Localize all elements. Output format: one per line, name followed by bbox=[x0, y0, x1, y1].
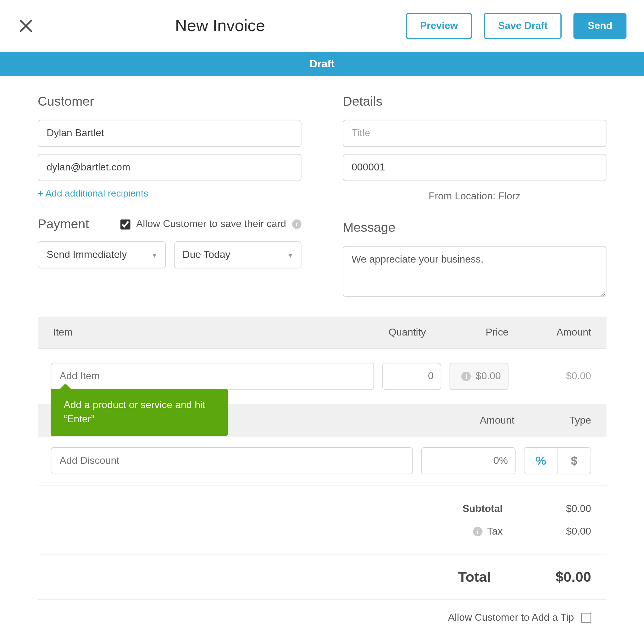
preview-button[interactable]: Preview bbox=[406, 13, 472, 39]
due-date-select[interactable]: Due Today ▾ bbox=[174, 241, 301, 268]
subtotal-label: Subtotal bbox=[463, 503, 503, 515]
totals-section: Subtotal $0.00 i Tax $0.00 bbox=[38, 486, 606, 554]
items-header-price: Price bbox=[426, 327, 508, 339]
line-amount: $0.00 bbox=[517, 370, 591, 382]
price-box: i $0.00 bbox=[450, 363, 509, 390]
total-label: Total bbox=[458, 569, 491, 585]
close-icon[interactable] bbox=[18, 18, 34, 34]
payment-heading: Payment bbox=[38, 216, 89, 232]
customer-email-input[interactable] bbox=[38, 154, 302, 181]
discount-header-amount: Amount bbox=[408, 415, 514, 427]
discount-amount-input[interactable] bbox=[421, 447, 515, 474]
items-header-item: Item bbox=[53, 327, 343, 339]
items-header-qty: Quantity bbox=[343, 327, 426, 339]
items-header-amount: Amount bbox=[508, 327, 591, 339]
price-value: $0.00 bbox=[476, 370, 501, 382]
discount-type-toggle: % $ bbox=[524, 447, 591, 474]
send-button[interactable]: Send bbox=[574, 13, 626, 39]
discount-header-type: Type bbox=[514, 415, 591, 427]
subtotal-value: $0.00 bbox=[520, 503, 591, 515]
add-item-tooltip: Add a product or service and hit “Enter” bbox=[51, 389, 228, 436]
customer-name-input[interactable] bbox=[38, 120, 302, 147]
send-schedule-value: Send Immediately bbox=[47, 249, 127, 261]
invoice-number-input[interactable] bbox=[343, 154, 607, 181]
allow-save-card-checkbox[interactable] bbox=[120, 219, 130, 229]
total-row: Total $0.00 bbox=[38, 554, 606, 600]
send-schedule-select[interactable]: Send Immediately ▾ bbox=[38, 241, 165, 268]
allow-save-card-option[interactable]: Allow Customer to save their card i bbox=[120, 218, 301, 230]
allow-tip-checkbox[interactable] bbox=[581, 613, 591, 623]
invoice-title-input[interactable] bbox=[343, 120, 607, 147]
discount-dollar-button[interactable]: $ bbox=[558, 448, 591, 474]
message-heading: Message bbox=[343, 220, 607, 236]
chevron-down-icon: ▾ bbox=[288, 250, 292, 259]
message-textarea[interactable] bbox=[343, 246, 607, 297]
header-buttons: Preview Save Draft Send bbox=[406, 13, 627, 39]
header-bar: New Invoice Preview Save Draft Send bbox=[0, 0, 644, 52]
allow-tip-label: Allow Customer to Add a Tip bbox=[448, 612, 574, 624]
total-value: $0.00 bbox=[491, 569, 591, 585]
due-date-value: Due Today bbox=[183, 249, 230, 261]
info-icon[interactable]: i bbox=[462, 372, 471, 381]
tax-label: Tax bbox=[487, 526, 503, 538]
status-badge: Draft bbox=[0, 52, 644, 76]
details-heading: Details bbox=[343, 94, 607, 109]
add-recipients-link[interactable]: + Add additional recipients bbox=[38, 188, 302, 199]
discount-row: % $ bbox=[38, 436, 606, 486]
save-draft-button[interactable]: Save Draft bbox=[484, 13, 562, 39]
add-discount-input[interactable] bbox=[51, 447, 413, 474]
item-row: i $0.00 $0.00 Add a product or service a… bbox=[38, 349, 606, 405]
tax-value: $0.00 bbox=[520, 526, 591, 538]
from-location-text: From Location: Florz bbox=[343, 191, 607, 203]
add-item-input[interactable] bbox=[51, 363, 374, 390]
quantity-input[interactable] bbox=[382, 363, 441, 390]
allow-save-card-label: Allow Customer to save their card bbox=[136, 218, 286, 230]
page-title: New Invoice bbox=[175, 17, 265, 36]
discount-percent-button[interactable]: % bbox=[525, 448, 558, 474]
items-header-row: Item Quantity Price Amount bbox=[38, 317, 606, 348]
info-icon[interactable]: i bbox=[473, 527, 482, 536]
customer-heading: Customer bbox=[38, 94, 302, 109]
info-icon[interactable]: i bbox=[292, 219, 302, 229]
chevron-down-icon: ▾ bbox=[153, 250, 157, 259]
allow-tip-row: Allow Customer to Add a Tip bbox=[38, 600, 606, 630]
